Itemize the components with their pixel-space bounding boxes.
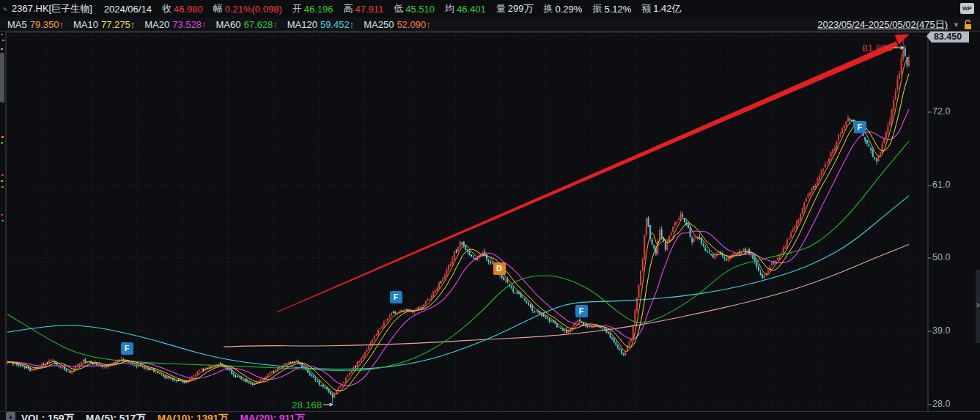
left-panel-speck — [1, 48, 3, 50]
ma-line-ma120 — [7, 196, 909, 369]
event-marker-f[interactable]: F — [575, 305, 588, 317]
quote-field: 均46.401 — [445, 2, 486, 15]
left-panel-speck — [1, 186, 4, 188]
left-panel-speck — [1, 142, 3, 144]
trend-arrow-head — [895, 34, 910, 45]
ma-value-ma120: MA12059.452↑ — [287, 19, 354, 30]
event-marker-d[interactable]: D — [493, 262, 506, 275]
quote-field: 量299万 — [496, 2, 534, 15]
event-marker-f[interactable]: F — [854, 121, 866, 133]
ma-line-ma5 — [7, 57, 909, 394]
trend-arrow-shaft — [277, 41, 899, 312]
quote-field: 高47.911 — [344, 2, 384, 15]
quote-field: 收46.980 — [162, 2, 203, 15]
corner-mark-icon — [3, 7, 8, 11]
date-range-control[interactable]: 2023/05/24-2025/05/02(475日) ▼ — [817, 18, 973, 32]
stock-chart-app: 83.45072.061.050.039.028.0FFDFF28.16881.… — [0, 0, 980, 420]
ma-value-ma20: MA2073.528↑ — [144, 19, 206, 30]
ma-indicator-bar: MA579.350↑MA1077.275↑MA2073.528↑MA6067.6… — [0, 18, 980, 32]
ma-values: MA579.350↑MA1077.275↑MA2073.528↑MA6067.6… — [7, 19, 441, 30]
vol-ma20-value: MA(20): 911万 — [240, 412, 306, 420]
quote-field: 幅0.21%(0.098) — [213, 2, 282, 15]
event-marker-f[interactable]: F — [390, 291, 402, 303]
volume-pane-header: ▴ VOL: 159万 MA(5): 517万 MA(10): 1391万 MA… — [0, 411, 980, 420]
left-panel-speck — [2, 40, 4, 41]
left-panel-speck — [1, 174, 4, 176]
vol-ma10-value: MA(10): 1391万 — [158, 412, 229, 420]
quote-field: 开46.196 — [292, 2, 334, 15]
date-range-text[interactable]: 2023/05/24-2025/05/02(475日) — [817, 18, 948, 32]
left-panel-speck — [1, 136, 4, 138]
quote-field: 低45.510 — [394, 2, 435, 15]
left-panel-scroll-thumb — [0, 53, 4, 103]
vol-value: VOL: 159万 — [21, 412, 74, 420]
right-panel-expander-icon[interactable]: › — [976, 299, 979, 310]
candlestick-chart[interactable] — [0, 0, 980, 420]
left-panel-speck — [1, 214, 3, 215]
ma-value-ma10: MA1077.275↑ — [73, 19, 135, 30]
ma-value-ma60: MA6067.628↑ — [215, 19, 277, 30]
quote-header: 2367.HK[巨子生物] 2024/06/14 收46.980幅0.21%(0… — [0, 0, 980, 18]
window-mode-label: WP — [962, 5, 972, 12]
ma-value-ma250: MA25052.090↑ — [364, 19, 430, 30]
vol-ma5-value: MA(5): 517万 — [86, 412, 146, 420]
window-mode-icon[interactable]: WP — [960, 3, 974, 14]
unlock-icon[interactable] — [963, 20, 973, 30]
quote-field: 振5.12% — [592, 2, 631, 15]
quote-date: 2024/06/14 — [104, 4, 152, 15]
left-panel-speck — [1, 220, 4, 221]
ma-line-ma60 — [7, 141, 909, 371]
stock-symbol: 2367.HK[巨子生物] — [12, 2, 92, 15]
ma-value-ma5: MA579.350↑ — [7, 19, 64, 30]
quote-fields: 收46.980幅0.21%(0.098)开46.196高47.911低45.51… — [162, 2, 692, 15]
left-panel-sliver — [0, 32, 5, 230]
collapse-pane-icon[interactable]: ▴ — [6, 412, 15, 420]
event-marker-f[interactable]: F — [121, 342, 133, 355]
left-panel-speck — [1, 180, 3, 182]
quote-field: 额1.42亿 — [641, 2, 681, 15]
chevron-down-icon[interactable]: ▼ — [953, 21, 959, 29]
left-panel-speck — [1, 34, 3, 35]
quote-field: 换0.29% — [544, 2, 583, 15]
